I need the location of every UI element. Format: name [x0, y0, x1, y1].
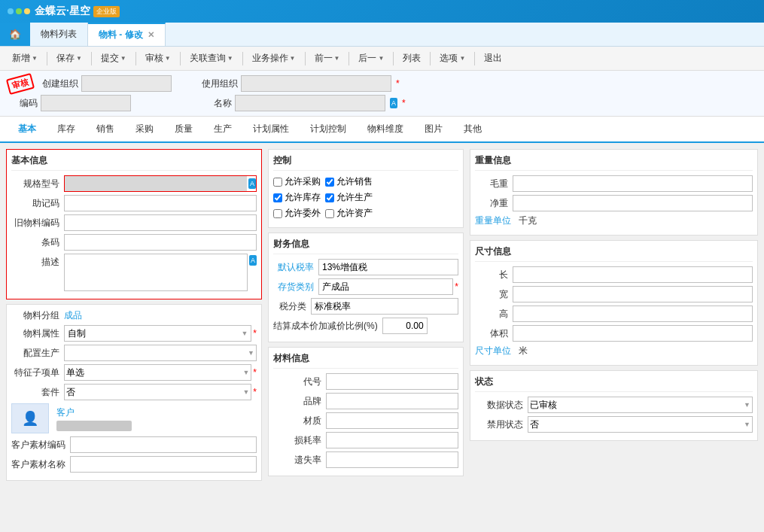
feature-field: 特征子项单 单选 ▼ * — [11, 364, 257, 381]
brand-label: 品牌 — [273, 395, 326, 408]
spec-input[interactable] — [65, 176, 247, 191]
settle-field: 结算成本价加减价比例(%) — [273, 318, 458, 334]
allow-produce-checkbox[interactable] — [325, 193, 334, 202]
category-value[interactable]: 成品 — [64, 309, 82, 322]
control-title: 控制 — [273, 154, 458, 171]
finance-title: 财务信息 — [273, 238, 458, 254]
desc-input[interactable] — [64, 254, 248, 291]
top-bar: 金蝶云·星空 企业版 — [0, 0, 764, 23]
dot2 — [16, 8, 22, 14]
tab-plan-ctrl[interactable]: 计划控制 — [300, 117, 357, 143]
length-input[interactable] — [513, 266, 753, 283]
tax-rate-input[interactable] — [318, 259, 458, 275]
cust-mat-code-input[interactable] — [70, 436, 257, 453]
allow-sale-label: 允许销售 — [336, 175, 373, 188]
allow-purchase-checkbox[interactable] — [273, 178, 282, 187]
tab-material-list[interactable]: 物料列表 — [30, 23, 88, 46]
new-button[interactable]: 新增 ▼ — [6, 50, 44, 67]
allow-outsource-checkbox[interactable] — [273, 209, 282, 218]
feature-select[interactable]: 单选 ▼ — [64, 364, 251, 381]
next-button[interactable]: 后一 ▼ — [352, 50, 390, 67]
audit-button[interactable]: 审核 ▼ — [139, 50, 177, 67]
control-checkboxes2: 允许库存 允许生产 — [273, 191, 458, 204]
tab-purchase[interactable]: 采购 — [125, 117, 164, 143]
use-org-label: 使用组织 — [202, 78, 238, 90]
cust-mat-name-input[interactable] — [70, 456, 257, 473]
net-input[interactable] — [513, 195, 753, 211]
tab-picture[interactable]: 图片 — [414, 117, 453, 143]
tax-rate-link[interactable]: 默认税率 — [273, 261, 318, 274]
mat-attr-select[interactable]: 自制 ▼ — [64, 325, 251, 342]
tab-plan-attr[interactable]: 计划属性 — [242, 117, 300, 143]
submit-button[interactable]: 提交 ▼ — [95, 50, 132, 67]
data-status-select[interactable]: 已审核 ▼ — [528, 397, 753, 413]
lose-rate-input[interactable] — [326, 451, 458, 468]
width-field: 宽 — [475, 286, 753, 302]
name-input[interactable] — [235, 95, 385, 111]
volume-input[interactable] — [513, 325, 753, 342]
header-right: 使用组织 * 名称 A * — [202, 75, 756, 111]
old-code-input[interactable] — [64, 214, 257, 231]
cust-mat-code-label: 客户素材编码 — [11, 439, 70, 451]
mat-code-input[interactable] — [326, 373, 458, 390]
biz-ops-button[interactable]: 业务操作 ▼ — [246, 50, 302, 67]
mat-attr-arrow: ▼ — [241, 330, 248, 337]
stamp-area: 审核 — [8, 76, 33, 92]
basic-info-section: 基本信息 规格型号 A 助记码 旧物料编码 条码 — [6, 149, 262, 299]
options-button[interactable]: 选项 ▼ — [434, 50, 471, 67]
dot3 — [24, 8, 30, 14]
tab-close-icon[interactable]: ✕ — [148, 30, 154, 40]
create-org-input[interactable] — [81, 75, 172, 92]
material-input[interactable] — [326, 412, 458, 429]
data-status-field: 数据状态 已审核 ▼ — [475, 397, 753, 413]
tab-produce[interactable]: 生产 — [203, 117, 242, 143]
brand-field: 品牌 — [273, 393, 458, 409]
loss-rate-input[interactable] — [326, 432, 458, 448]
settle-input[interactable] — [382, 318, 428, 334]
related-query-button[interactable]: 关联查询 ▼ — [184, 50, 239, 67]
tab-home[interactable]: 🏠 — [0, 23, 30, 46]
ban-status-arrow: ▼ — [744, 421, 750, 428]
height-input[interactable] — [513, 306, 753, 322]
ban-status-select[interactable]: 否 ▼ — [528, 416, 753, 433]
tab-other[interactable]: 其他 — [453, 117, 492, 143]
width-input[interactable] — [513, 286, 753, 302]
weight-unit-link[interactable]: 重量单位 — [475, 214, 516, 227]
size-section: 尺寸信息 长 宽 高 体积 尺寸单位 米 — [470, 240, 758, 366]
stock-type-link[interactable]: 存货类别 — [273, 281, 318, 293]
suit-select[interactable]: 否 ▼ — [64, 384, 251, 400]
gross-input[interactable] — [513, 175, 753, 192]
exit-button[interactable]: 退出 — [478, 50, 508, 67]
tab-sale[interactable]: 销售 — [86, 117, 125, 143]
list-button[interactable]: 列表 — [397, 50, 427, 67]
stock-type-input[interactable] — [318, 278, 453, 295]
memo-label: 助记码 — [11, 197, 64, 210]
tab-stock[interactable]: 库存 — [47, 117, 86, 143]
customer-link[interactable]: 客户 — [56, 406, 132, 419]
tab-material-dim[interactable]: 物料维度 — [357, 117, 414, 143]
size-unit-link[interactable]: 尺寸单位 — [475, 345, 516, 357]
tab-basic[interactable]: 基本 — [8, 117, 47, 143]
code-input[interactable] — [41, 95, 131, 111]
allow-asset-item: 允许资产 — [325, 207, 373, 220]
save-button[interactable]: 保存 ▼ — [50, 50, 88, 67]
barcode-input[interactable] — [64, 234, 257, 251]
allow-asset-checkbox[interactable] — [325, 209, 334, 218]
memo-input[interactable] — [64, 195, 257, 211]
allow-sale-checkbox[interactable] — [325, 178, 334, 187]
stock-type-req: * — [455, 281, 458, 292]
form-header: 审核 创建组织 编码 使用组织 * 名称 A * — [0, 71, 764, 117]
brand-input[interactable] — [326, 393, 458, 409]
tax-class-input[interactable] — [311, 298, 458, 315]
config-select[interactable]: ▼ — [64, 345, 257, 361]
use-org-input[interactable] — [241, 75, 391, 92]
use-org-required: * — [396, 78, 400, 89]
main-content: 基本信息 规格型号 A 助记码 旧物料编码 条码 — [0, 143, 764, 532]
tab-material-edit[interactable]: 物料 - 修改 ✕ — [88, 23, 166, 46]
tab-quality[interactable]: 质量 — [164, 117, 203, 143]
feature-arrow: ▼ — [242, 369, 249, 376]
prev-button[interactable]: 前一 ▼ — [309, 50, 346, 67]
allow-stock-checkbox[interactable] — [273, 193, 282, 202]
create-org-label: 创建组织 — [42, 78, 78, 90]
allow-produce-item: 允许生产 — [325, 191, 373, 204]
